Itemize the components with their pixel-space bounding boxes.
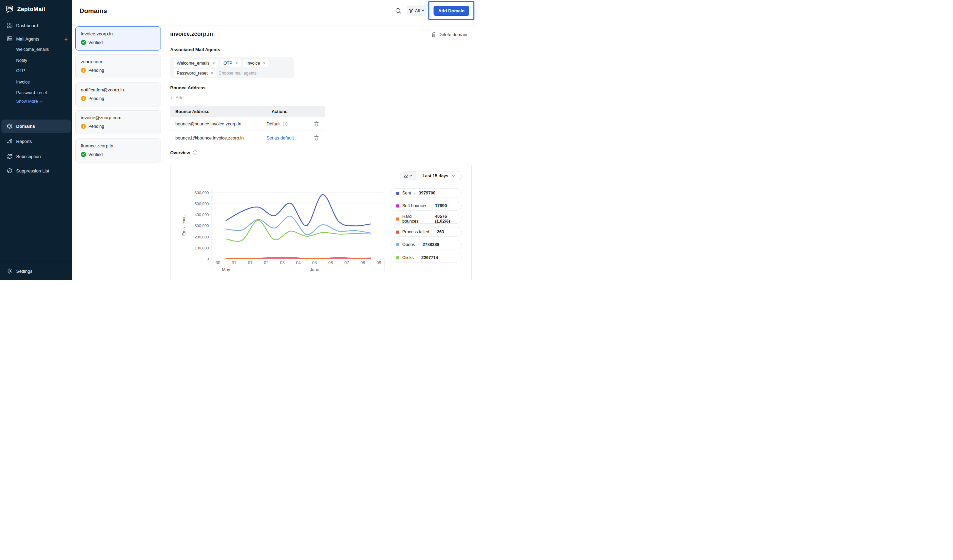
remove-chip-icon[interactable]: ×	[263, 61, 265, 66]
domain-name: invoice@zcorp.com	[81, 115, 121, 120]
domain-card-finance-zcorp-in[interactable]: finance.zcorp.in Verified	[75, 138, 161, 162]
page-header: Domains All Add Domain	[72, 0, 476, 25]
chevron-down-icon	[410, 175, 412, 176]
page-title: Domains	[79, 7, 107, 15]
mail-agent-chip[interactable]: Password_reset×	[174, 70, 216, 77]
mail-agent-chip[interactable]: OTP×	[220, 59, 241, 67]
mail-agents-multiselect[interactable]: Welcome_emails× OTP× Invoice× Password_r…	[170, 57, 294, 78]
legend-item-clicks[interactable]: Clicks-2267714	[391, 253, 462, 263]
svg-text:05: 05	[312, 260, 317, 265]
delete-bounce-button[interactable]	[314, 121, 319, 127]
domain-card-invoice-zcorp-in[interactable]: invoice.zcorp.in Verified	[75, 26, 161, 51]
sidebar-item-domains[interactable]: Domains	[0, 121, 72, 131]
add-mail-agent-button[interactable]: +	[64, 36, 68, 42]
chart-type-dropdown[interactable]	[400, 172, 416, 180]
svg-text:300,000: 300,000	[195, 224, 209, 228]
set-as-default-link[interactable]: Set as default	[267, 135, 294, 141]
domain-card-notification-zcorp-in[interactable]: notification@zcorp.in Pending	[75, 82, 161, 107]
sidebar-divider	[0, 262, 72, 262]
verified-icon	[81, 152, 86, 157]
trash-icon	[314, 135, 319, 141]
default-badge: Default	[267, 121, 281, 127]
svg-text:0: 0	[206, 257, 209, 261]
content-area: invoice.zcorp.in Verified zcorp.com Pend…	[72, 25, 476, 280]
status-badge: Pending	[88, 96, 104, 101]
bounce-email: bounce1@bounce.invoice.zcorp.in	[170, 135, 267, 141]
sidebar-item-subscription[interactable]: Subscription	[0, 151, 72, 161]
svg-text:06: 06	[328, 260, 333, 265]
sidebar-item-label: Dashboard	[16, 23, 38, 28]
app-logo[interactable]: ZeptoMail	[5, 5, 45, 14]
domain-name: invoice.zcorp.in	[81, 31, 113, 36]
choose-mail-agents-placeholder[interactable]: Choose mail agents	[219, 70, 256, 77]
dashboard-icon	[7, 23, 12, 28]
legend-item-hard-bounces[interactable]: Hard bounces-40576 (1.02%)	[391, 214, 462, 224]
domain-card-invoice-zcorp-com[interactable]: invoice@zcorp.com Pending	[75, 110, 161, 134]
info-icon[interactable]: i	[193, 150, 197, 155]
svg-text:04: 04	[296, 260, 301, 265]
svg-text:June: June	[310, 267, 319, 272]
domain-name: notification@zcorp.in	[81, 87, 124, 93]
sidebar-item-label: Mail Agents	[16, 36, 39, 42]
legend-swatch	[396, 192, 399, 195]
delete-domain-button[interactable]: Delete domain	[431, 32, 467, 37]
sidebar-item-dashboard[interactable]: Dashboard	[0, 20, 72, 31]
add-domain-highlight-box: Add Domain	[428, 1, 475, 20]
sidebar: ZeptoMail Dashboard Mail Agents + Welcom…	[0, 0, 72, 280]
bounce-address-table: Bounce Address Actions bounce@bounce.inv…	[170, 106, 325, 145]
column-header: Actions	[267, 109, 325, 114]
legend-swatch	[396, 204, 399, 207]
svg-text:09: 09	[376, 260, 381, 265]
remove-chip-icon[interactable]: ×	[236, 61, 238, 66]
svg-text:400,000: 400,000	[195, 213, 209, 217]
sidebar-item-label: Suppression List	[16, 169, 49, 173]
pending-icon	[81, 124, 86, 129]
chevron-down-icon	[40, 100, 43, 103]
legend-item-sent[interactable]: Sent-3979700	[391, 188, 462, 198]
table-row: bounce1@bounce.invoice.zcorp.in Set as d…	[170, 131, 325, 145]
date-range-dropdown[interactable]: Last 15 days	[416, 172, 461, 180]
legend-item-soft-bounces[interactable]: Soft bounces-17890	[391, 201, 462, 210]
sidebar-item-invoice[interactable]: Invoice	[16, 78, 30, 86]
svg-text:31: 31	[232, 260, 236, 265]
sidebar-item-reports[interactable]: Reports	[0, 136, 72, 146]
svg-text:30: 30	[216, 260, 220, 265]
selected-domain-title: invoice.zcorp.in	[170, 31, 213, 37]
search-button[interactable]	[395, 8, 402, 14]
add-bounce-address-button[interactable]: + Add	[170, 95, 183, 100]
info-icon[interactable]: i	[283, 122, 287, 126]
delete-bounce-button[interactable]	[314, 135, 319, 141]
svg-text:200,000: 200,000	[195, 235, 209, 239]
mail-agent-chip[interactable]: Welcome_emails×	[174, 59, 218, 67]
svg-text:08: 08	[361, 260, 365, 265]
bounce-email: bounce@bounce.invoice.zcorp.in	[170, 121, 267, 127]
sidebar-item-otp[interactable]: OTP	[16, 67, 25, 75]
add-domain-button[interactable]: Add Domain	[433, 6, 469, 16]
sidebar-item-welcome-emails[interactable]: Welcome_emails	[16, 45, 49, 54]
svg-text:02: 02	[264, 260, 269, 265]
sidebar-item-suppression-list[interactable]: Suppression List	[0, 166, 72, 176]
sidebar-item-password-reset[interactable]: Password_reset	[16, 89, 47, 97]
show-more-link[interactable]: Show More	[16, 99, 43, 104]
domain-name: finance.zcorp.in	[81, 143, 113, 149]
svg-text:07: 07	[345, 260, 349, 265]
filter-dropdown[interactable]: All	[407, 6, 427, 16]
sidebar-item-label: Domains	[16, 124, 35, 129]
remove-chip-icon[interactable]: ×	[211, 71, 213, 76]
svg-text:03: 03	[280, 260, 285, 265]
domain-card-zcorp-com[interactable]: zcorp.com Pending	[75, 54, 161, 78]
filter-value: All	[415, 8, 420, 13]
remove-chip-icon[interactable]: ×	[213, 61, 215, 66]
legend-item-process-failed[interactable]: Process failed-263	[391, 227, 462, 237]
overview-heading: Overview i	[170, 150, 197, 155]
sidebar-item-notify[interactable]: Notify	[16, 56, 27, 65]
search-icon	[395, 8, 402, 14]
sidebar-item-settings[interactable]: Settings	[0, 266, 72, 276]
mail-agent-chip[interactable]: Invoice×	[244, 59, 269, 67]
sidebar-item-mail-agents[interactable]: Mail Agents +	[0, 34, 72, 44]
mail-agents-icon	[7, 36, 12, 42]
status-badge: Verified	[88, 40, 103, 45]
settings-gear-icon	[7, 268, 12, 274]
subscription-icon	[7, 153, 12, 159]
legend-item-opens[interactable]: Opens-2788288	[391, 240, 462, 249]
